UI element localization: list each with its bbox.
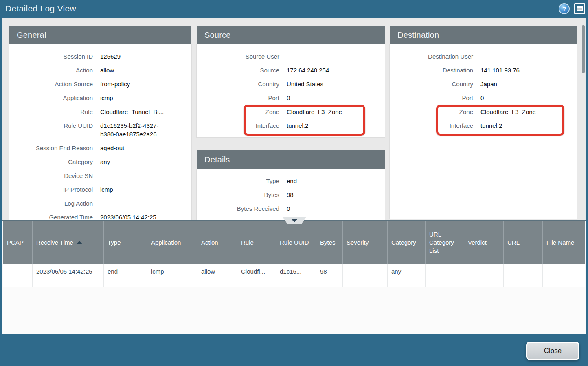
- panel-details-title: Details: [197, 150, 385, 169]
- field-label: Application: [9, 94, 93, 102]
- field-row-action-source: Action Source from-policy: [9, 80, 191, 88]
- table-cell-receive-time[interactable]: 2023/06/05 14:42:25: [33, 264, 104, 287]
- chevron-down-icon: [292, 219, 297, 222]
- field-value: 141.101.93.76: [480, 66, 577, 75]
- field-label: Bytes Received: [197, 204, 279, 213]
- field-value: [100, 199, 191, 208]
- table-cell-action[interactable]: allow: [197, 264, 237, 287]
- column-header-verdict[interactable]: Verdict: [464, 221, 504, 264]
- field-value: 0: [287, 204, 385, 213]
- field-row-application: Application icmp: [9, 94, 191, 102]
- field-row-source-country: Country United States: [197, 80, 385, 88]
- table-cell-category[interactable]: any: [388, 264, 426, 287]
- table-cell-verdict[interactable]: [464, 264, 504, 287]
- column-header-action[interactable]: Action: [197, 221, 237, 264]
- field-row-generated-time: Generated Time 2023/06/05 14:42:25: [9, 213, 191, 220]
- field-row-destination: Destination 141.101.93.76: [390, 66, 577, 75]
- field-value: United States: [287, 80, 385, 88]
- column-header-rule[interactable]: Rule: [237, 221, 276, 264]
- table-cell-rule[interactable]: Cloudfl...: [237, 264, 276, 287]
- panel-details: Details Type end Bytes 98 Bytes Received…: [197, 150, 385, 220]
- field-value: [287, 52, 385, 61]
- vertical-scrollbar-thumb[interactable]: [582, 25, 585, 73]
- field-label: Bytes: [197, 191, 279, 199]
- field-row-category: Category any: [9, 158, 191, 166]
- field-label: Type: [197, 177, 279, 185]
- field-row-type: Type end: [197, 177, 385, 185]
- table-cell-url[interactable]: [504, 264, 543, 287]
- log-detail-region: General Session ID 125629 Action allow A…: [2, 18, 586, 220]
- field-value: Japan: [480, 80, 577, 88]
- field-value: 125629: [100, 52, 191, 61]
- table-cell-type[interactable]: end: [104, 264, 147, 287]
- field-label: Country: [197, 80, 279, 88]
- column-header-application[interactable]: Application: [147, 221, 197, 264]
- sort-asc-icon: [77, 241, 82, 244]
- field-value: 2023/06/05 14:42:25: [100, 213, 191, 220]
- field-row-bytes-received: Bytes Received 0: [197, 204, 385, 213]
- log-table: PCAP Receive Time Type Application Actio…: [3, 221, 585, 287]
- window-glyph: [577, 6, 583, 11]
- close-button[interactable]: Close: [526, 342, 579, 360]
- panel-general: General Session ID 125629 Action allow A…: [9, 26, 191, 220]
- table-cell-application[interactable]: icmp: [147, 264, 197, 287]
- column-header-url-category-list[interactable]: URL Category List: [426, 221, 464, 264]
- field-label: Log Action: [9, 199, 93, 208]
- field-label: Port: [197, 94, 279, 102]
- field-value: [480, 52, 577, 61]
- field-row-source-user: Source User: [197, 52, 385, 61]
- column-header-severity[interactable]: Severity: [343, 221, 388, 264]
- help-icon[interactable]: ?: [559, 3, 570, 14]
- column-header-rule-uuid[interactable]: Rule UUID: [276, 221, 316, 264]
- field-label: Action: [9, 66, 93, 75]
- field-row-rule: Rule Cloudflare_Tunnel_Bi...: [9, 107, 191, 116]
- field-row-ip-protocol: IP Protocol icmp: [9, 185, 191, 194]
- column-header-type[interactable]: Type: [104, 221, 147, 264]
- field-label: Rule: [9, 107, 93, 116]
- field-row-bytes: Bytes 98: [197, 191, 385, 199]
- table-cell-pcap[interactable]: [3, 264, 33, 287]
- panel-destination-title: Destination: [390, 26, 577, 44]
- field-row-destination-user: Destination User: [390, 52, 577, 61]
- field-value: any: [100, 158, 191, 166]
- field-value: icmp: [100, 185, 191, 194]
- field-value: d1c16235-b2f2-4327-b380-0ae1875e2a26: [100, 121, 172, 138]
- field-label: Device SN: [9, 171, 93, 180]
- field-label: Country: [390, 80, 473, 88]
- column-header-category[interactable]: Category: [388, 221, 426, 264]
- field-value: [100, 171, 191, 180]
- field-value: 0: [480, 94, 577, 102]
- field-value: aged-out: [100, 144, 191, 152]
- column-header-bytes[interactable]: Bytes: [316, 221, 343, 264]
- field-label: Destination: [390, 66, 473, 75]
- table-cell-bytes[interactable]: 98: [316, 264, 343, 287]
- table-cell-rule-uuid[interactable]: d1c16...: [276, 264, 316, 287]
- column-header-file-name[interactable]: File Name: [543, 221, 585, 264]
- maximize-window-icon[interactable]: [574, 3, 585, 14]
- field-row-session-id: Session ID 125629: [9, 52, 191, 61]
- field-row-destination-port: Port 0: [390, 94, 577, 102]
- column-header-pcap[interactable]: PCAP: [3, 221, 33, 264]
- field-value: from-policy: [100, 80, 191, 88]
- field-value: allow: [100, 66, 191, 75]
- table-cell-file-name[interactable]: [543, 264, 585, 287]
- field-row-session-end-reason: Session End Reason aged-out: [9, 144, 191, 152]
- field-label: Destination User: [390, 52, 473, 61]
- field-value: end: [287, 177, 385, 185]
- field-value: 98: [287, 191, 385, 199]
- column-header-receive-time[interactable]: Receive Time: [33, 221, 104, 264]
- field-label: IP Protocol: [9, 185, 93, 194]
- field-label: Action Source: [9, 80, 93, 88]
- dialog-titlebar: Detailed Log View ?: [0, 0, 588, 18]
- field-label: Source User: [197, 52, 279, 61]
- dialog-title: Detailed Log View: [5, 4, 76, 13]
- field-row-source: Source 172.64.240.254: [197, 66, 385, 75]
- table-cell-severity[interactable]: [343, 264, 388, 287]
- table-cell-url-category-list[interactable]: [426, 264, 464, 287]
- field-label: Source: [197, 66, 279, 75]
- field-label: Rule UUID: [9, 121, 93, 138]
- field-row-device-sn: Device SN: [9, 171, 191, 180]
- column-header-url[interactable]: URL: [504, 221, 543, 264]
- field-label: Generated Time: [9, 213, 93, 220]
- field-label: Port: [390, 94, 473, 102]
